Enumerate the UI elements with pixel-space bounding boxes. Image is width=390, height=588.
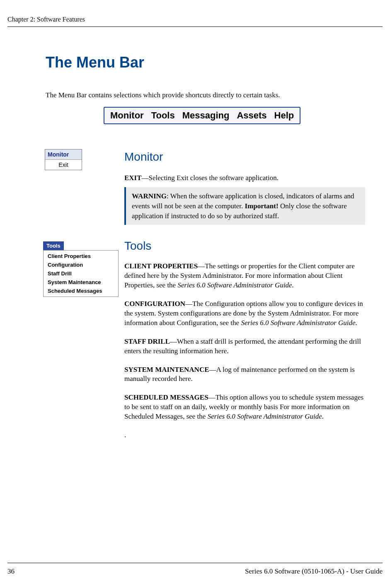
monitor-exit-paragraph: EXIT—Selecting Exit closes the software …	[124, 174, 365, 183]
scheduled-messages-label: SCHEDULED MESSAGES	[124, 393, 208, 401]
tools-heading: Tools	[124, 239, 365, 253]
configuration-paragraph: CONFIGURATION—The Configuration options …	[124, 299, 365, 328]
monitor-section: Monitor EXIT—Selecting Exit closes the s…	[124, 150, 365, 225]
monitor-menu-illustration: Monitor Exit	[45, 149, 82, 170]
menubar-item-tools: Tools	[151, 110, 175, 121]
guide-reference: Series 6.0 Software Administrator Guide.	[208, 412, 324, 420]
page-header: Chapter 2: Software Features	[7, 16, 383, 27]
warning-important: Important!	[245, 202, 278, 210]
staff-drill-paragraph: STAFF DRILL—When a staff drill is perfor…	[124, 337, 365, 356]
tools-menu-item: Staff Drill	[44, 269, 118, 278]
system-maintenance-label: SYSTEM MAINTENANCE	[124, 366, 209, 374]
guide-reference: Series 6.0 Software Administrator Guide.	[177, 281, 294, 289]
menubar-item-help: Help	[274, 110, 294, 121]
system-maintenance-paragraph: SYSTEM MAINTENANCE—A log of maintenance …	[124, 365, 365, 384]
client-properties-paragraph: CLIENT PROPERTIES—The settings or proper…	[124, 262, 365, 290]
menubar-item-messaging: Messaging	[182, 110, 230, 121]
warning-label: WARNING	[132, 192, 167, 200]
tools-menu-item: System Maintenance	[44, 278, 118, 287]
tools-menu-item: Configuration	[44, 260, 118, 269]
page-number: 36	[7, 567, 15, 576]
monitor-heading: Monitor	[124, 150, 365, 164]
staff-drill-label: STAFF DRILL	[124, 337, 170, 345]
tools-body: CLIENT PROPERTIES—The settings or proper…	[124, 262, 365, 440]
tools-menu-item: Client Properties	[44, 252, 118, 260]
document-reference: Series 6.0 Software (0510-1065-A) - User…	[245, 567, 383, 576]
tools-menu-illustration: Tools Client Properties Configuration St…	[43, 241, 119, 297]
page-footer: 36 Series 6.0 Software (0510-1065-A) - U…	[7, 563, 383, 576]
guide-reference: Series 6.0 Software Administrator Guide.	[241, 319, 357, 327]
exit-description: —Selecting Exit closes the software appl…	[142, 174, 279, 182]
tools-section: Tools CLIENT PROPERTIES—The settings or …	[124, 239, 365, 440]
menubar-item-assets: Assets	[237, 110, 266, 121]
monitor-menu-header: Monitor	[45, 149, 82, 160]
monitor-menu-item-exit: Exit	[45, 160, 82, 170]
menubar-illustration: Monitor Tools Messaging Assets Help	[104, 107, 300, 124]
client-properties-label: CLIENT PROPERTIES	[124, 262, 198, 270]
tools-menu-items: Client Properties Configuration Staff Dr…	[43, 250, 119, 297]
intro-paragraph: The Menu Bar contains selections which p…	[46, 91, 280, 99]
warning-box: WARNING: When the software application i…	[124, 187, 365, 225]
scheduled-messages-paragraph: SCHEDULED MESSAGES—This option allows yo…	[124, 393, 365, 422]
chapter-title: Chapter 2: Software Features	[7, 16, 85, 23]
main-heading: The Menu Bar	[46, 54, 144, 71]
menubar-item-monitor: Monitor	[110, 110, 144, 121]
trailing-dot: .	[124, 431, 365, 440]
configuration-label: CONFIGURATION	[124, 300, 185, 308]
tools-menu-item: Scheduled Messages	[44, 287, 118, 295]
tools-menu-header: Tools	[43, 241, 64, 250]
exit-label: EXIT	[124, 174, 142, 182]
